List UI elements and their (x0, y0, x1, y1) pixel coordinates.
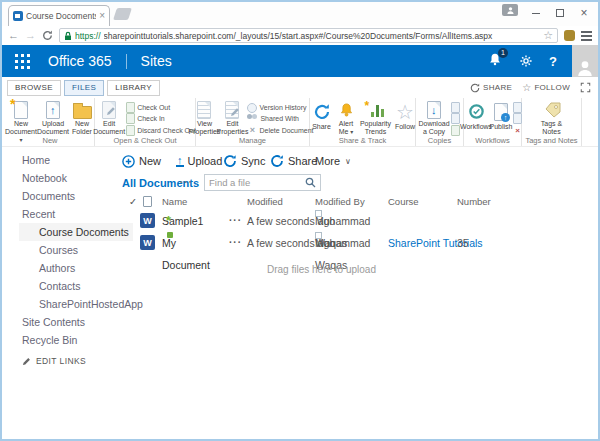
maximize-button[interactable] (548, 2, 572, 24)
discard-check-out-button[interactable]: Discard Check Out (126, 125, 196, 136)
extension-icon[interactable] (564, 30, 575, 41)
publish-icon: ↑ (494, 103, 508, 121)
row-menu-ellipsis[interactable]: ··· (229, 232, 242, 254)
browser-menu-icon[interactable] (581, 31, 592, 41)
edit-properties-icon (225, 101, 239, 119)
minimize-button[interactable] (524, 2, 548, 24)
tab-close-icon[interactable]: × (99, 11, 105, 21)
popularity-trends-icon: * (368, 103, 384, 117)
check-out-button[interactable]: Check Out (126, 102, 196, 113)
more-command[interactable]: More ∨ (315, 153, 351, 169)
sidebar-item-contacts[interactable]: Contacts (2, 277, 133, 295)
sidebar-item-sharepointhostedapp[interactable]: SharePointHostedApp (2, 295, 133, 313)
table-row[interactable]: W Sample1* ··· A few seconds ago Muhamma… (122, 210, 598, 232)
new-document-button[interactable]: * New Document ▾ (6, 100, 36, 136)
sidebar-item-notebook[interactable]: Notebook (2, 169, 133, 187)
copies-command-button[interactable] (451, 113, 460, 124)
upload-arrow-icon: ↑ (176, 155, 184, 167)
sidebar-item-courses[interactable]: Courses (2, 241, 133, 259)
browser-window: Course Docoments - All D × × ← → https:/… (0, 0, 600, 441)
address-bar[interactable]: https:// sharepointtutorials.sharepoint.… (59, 28, 558, 43)
office365-brand[interactable]: Office 365 (48, 53, 112, 69)
tab-files[interactable]: FILES (64, 80, 104, 96)
version-history-button[interactable]: Version History (247, 102, 313, 113)
share-command[interactable]: Share (270, 153, 317, 169)
edit-properties-button[interactable]: Edit Properties (219, 100, 245, 136)
notification-badge: 1 (498, 48, 508, 58)
column-header-course[interactable]: Course (388, 196, 419, 207)
alert-me-button[interactable]: Alert Me ▾ (336, 100, 357, 136)
row-menu-ellipsis[interactable]: ··· (229, 210, 242, 232)
new-tab-button[interactable] (113, 8, 132, 20)
ribbon-group-workflows: Workflows ↑ Publish × Workflows (464, 98, 522, 146)
publish-button[interactable]: ↑ Publish (491, 100, 511, 136)
ribbon-group-new: * New Document ▾ ↑ Upload Document New F… (6, 98, 95, 146)
copies-command-button[interactable] (451, 125, 460, 136)
refresh-icon[interactable] (42, 30, 53, 41)
focus-mode-icon[interactable] (580, 82, 591, 93)
sidebar-item-recent[interactable]: Recent (2, 205, 133, 223)
new-command[interactable]: New (122, 153, 161, 169)
shared-with-button[interactable]: Shared With (247, 113, 313, 124)
table-row[interactable]: W My Document ··· A few seconds ago Muha… (122, 232, 598, 254)
minimize-icon (532, 13, 540, 14)
sync-command[interactable]: Sync (223, 153, 265, 169)
reject-button[interactable] (513, 113, 522, 124)
tags-notes-button[interactable]: Tags & Notes (532, 100, 572, 136)
browser-profile-icon[interactable] (502, 4, 518, 16)
view-properties-icon (197, 101, 211, 119)
back-icon[interactable]: ← (8, 30, 19, 41)
check-out-icon (126, 102, 135, 113)
approve-button[interactable] (513, 102, 522, 113)
select-all-check-icon[interactable]: ✓ (129, 196, 137, 207)
follow-button[interactable]: ☆ Follow (395, 100, 416, 136)
ribbon-group-label: New (6, 136, 94, 145)
tab-browse[interactable]: BROWSE (7, 80, 61, 96)
close-button[interactable]: × (572, 2, 596, 24)
find-a-file-searchbox[interactable] (204, 174, 321, 191)
forward-icon[interactable]: → (25, 30, 36, 41)
sidebar-item-site-contents[interactable]: Site Contents (2, 313, 133, 331)
edit-links-button[interactable]: EDIT LINKS (2, 356, 133, 366)
follow-page-button[interactable]: ☆ FOLLOW (522, 83, 570, 93)
popularity-trends-button[interactable]: * Popularity Trends (359, 100, 393, 136)
check-in-button[interactable]: Check In (126, 113, 196, 124)
new-folder-button[interactable]: New Folder (70, 100, 94, 136)
download-a-copy-button[interactable]: ↓ Download a Copy (419, 100, 449, 136)
search-icon[interactable] (305, 177, 316, 188)
upload-document-button[interactable]: ↑ Upload Document (38, 100, 68, 136)
delete-document-button[interactable]: ×Delete Document (247, 125, 313, 136)
tab-library[interactable]: LIBRARY (107, 80, 160, 96)
sidebar-item-home[interactable]: Home (2, 151, 133, 169)
column-header-name[interactable]: Name (162, 196, 187, 207)
workflows-button[interactable]: Workflows (463, 100, 489, 136)
ribbon-group-copies: ↓ Download a Copy Copies (416, 98, 464, 146)
sites-link[interactable]: Sites (141, 53, 172, 69)
settings-gear-icon[interactable] (519, 54, 533, 68)
user-avatar[interactable] (572, 45, 598, 77)
search-input[interactable] (209, 177, 305, 188)
share-button[interactable]: Share (310, 100, 334, 136)
edit-document-button[interactable]: Edit Document (94, 100, 124, 136)
bookmark-star-icon[interactable]: ☆ (543, 29, 553, 42)
help-icon[interactable]: ? (549, 54, 557, 69)
sidebar-item-authors[interactable]: Authors (2, 259, 133, 277)
sidebar-item-course-docoments[interactable]: Course Docoments (19, 223, 133, 241)
view-menu-ellipsis[interactable]: ··· (180, 177, 193, 188)
sidebar-item-recycle-bin[interactable]: Recycle Bin (2, 331, 133, 349)
share-page-button[interactable]: SHARE (470, 83, 512, 93)
cancel-approval-button[interactable]: × (513, 125, 522, 136)
notifications-bell-icon[interactable]: 1 (488, 52, 502, 71)
upload-command[interactable]: ↑ Upload (176, 153, 222, 169)
copies-command-button[interactable] (451, 102, 460, 113)
app-launcher-waffle-icon[interactable] (14, 53, 30, 69)
ribbon-group-label: Tags and Notes (522, 136, 581, 145)
view-properties-button[interactable]: View Properties (191, 100, 217, 136)
browser-tab[interactable]: Course Docoments - All D × (8, 5, 110, 26)
column-header-number[interactable]: Number (457, 196, 491, 207)
column-header-modified[interactable]: Modified (247, 196, 283, 207)
document-library-main: New ↑ Upload Sync Share More ∨ All Docum… (122, 147, 598, 439)
sidebar-item-documents[interactable]: Documents (2, 187, 133, 205)
cancel-approval-icon: × (513, 125, 522, 136)
column-header-modified-by[interactable]: Modified By (315, 196, 365, 207)
